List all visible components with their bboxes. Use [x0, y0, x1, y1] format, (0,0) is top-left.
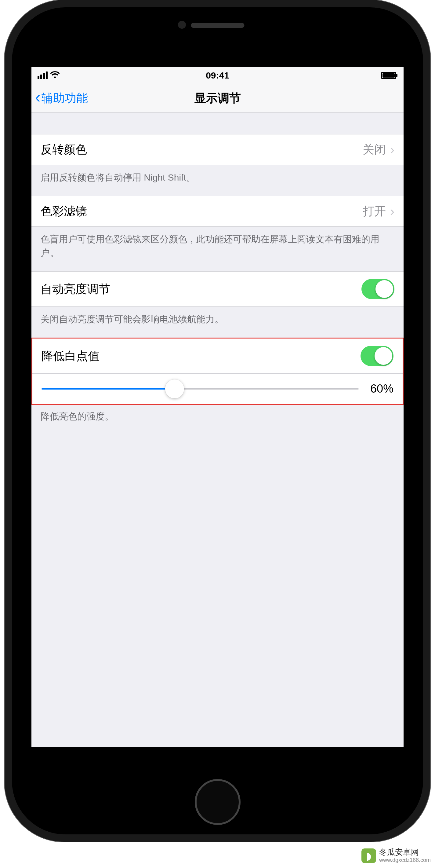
invert-colors-label: 反转颜色 [41, 142, 363, 157]
reduce-white-point-toggle[interactable] [361, 346, 394, 366]
reduce-white-point-footer: 降低亮色的强度。 [31, 405, 404, 428]
phone-speaker [191, 23, 244, 28]
slider-thumb[interactable] [165, 379, 184, 398]
auto-brightness-footer: 关闭自动亮度调节可能会影响电池续航能力。 [31, 307, 404, 332]
status-left [38, 70, 60, 81]
content-area: 反转颜色 关闭 › 启用反转颜色将自动停用 Night Shift。 色彩滤镜 … [31, 113, 404, 428]
color-filters-label: 色彩滤镜 [41, 204, 363, 219]
invert-colors-row[interactable]: 反转颜色 关闭 › [31, 134, 404, 165]
auto-brightness-label: 自动亮度调节 [41, 281, 361, 297]
toggle-knob [374, 347, 392, 365]
home-button[interactable] [195, 779, 240, 825]
reduce-white-point-group: 降低白点值 60% [31, 338, 404, 405]
color-filters-row[interactable]: 色彩滤镜 打开 › [31, 196, 404, 227]
page-container: 09:41 ‹ 辅助功能 显示调节 [0, 0, 435, 868]
signal-icon [38, 71, 47, 79]
toggle-knob [375, 280, 393, 298]
chevron-left-icon: ‹ [35, 89, 40, 105]
watermark-name: 冬瓜安卓网 [379, 847, 431, 857]
chevron-right-icon: › [390, 204, 394, 219]
back-label: 辅助功能 [41, 90, 88, 106]
back-button[interactable]: ‹ 辅助功能 [35, 90, 88, 106]
reduce-white-point-label: 降低白点值 [41, 348, 361, 364]
color-filters-value: 打开 [363, 204, 386, 219]
color-filters-footer: 色盲用户可使用色彩滤镜来区分颜色，此功能还可帮助在屏幕上阅读文本有困难的用户。 [31, 227, 404, 265]
invert-colors-value: 关闭 [363, 142, 386, 157]
phone-body: 09:41 ‹ 辅助功能 显示调节 [5, 0, 430, 842]
reduce-white-point-slider-row: 60% [32, 374, 403, 404]
screen: 09:41 ‹ 辅助功能 显示调节 [31, 67, 404, 747]
nav-bar: ‹ 辅助功能 显示调节 [31, 84, 404, 113]
phone-camera [178, 21, 186, 29]
watermark: 冬瓜安卓网 www.dgxcdz168.com [361, 847, 431, 864]
slider-fill [41, 388, 175, 390]
auto-brightness-toggle[interactable] [361, 279, 394, 299]
white-point-value: 60% [366, 382, 394, 395]
watermark-logo-icon [361, 848, 376, 863]
auto-brightness-row: 自动亮度调节 [31, 271, 404, 307]
status-time: 09:41 [206, 70, 229, 81]
chevron-right-icon: › [390, 143, 394, 157]
watermark-url: www.dgxcdz168.com [379, 857, 431, 864]
wifi-icon [50, 70, 60, 81]
reduce-white-point-row: 降低白点值 [32, 339, 403, 374]
phone-inner: 09:41 ‹ 辅助功能 显示调节 [12, 7, 423, 834]
status-bar: 09:41 [31, 67, 404, 84]
invert-colors-footer: 启用反转颜色将自动停用 Night Shift。 [31, 165, 404, 190]
screen-container: 09:41 ‹ 辅助功能 显示调节 [18, 13, 417, 828]
page-title: 显示调节 [195, 90, 241, 106]
battery-icon [381, 72, 397, 79]
white-point-slider[interactable] [41, 388, 359, 390]
